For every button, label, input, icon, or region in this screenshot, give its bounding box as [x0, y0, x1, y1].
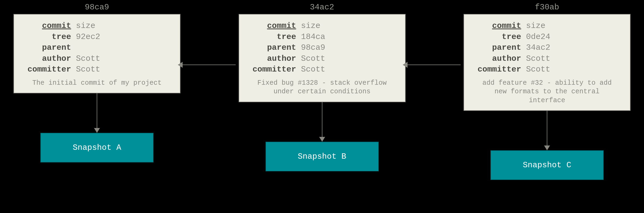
field-value: Scott — [76, 64, 100, 75]
field-key: author — [472, 53, 526, 64]
field-key: tree — [472, 31, 526, 42]
commit-column-2: f30ab commit size tree 0de24 parent 34ac… — [461, 3, 633, 180]
commit-field-parent: parent 34ac2 — [472, 42, 622, 53]
commit-box: commit size tree 92ec2 parent author Sco… — [13, 14, 180, 93]
arrow-down-icon — [94, 93, 100, 133]
commit-field-author: author Scott — [472, 53, 622, 64]
field-value: Scott — [526, 64, 550, 75]
commit-field-author: author Scott — [247, 53, 397, 64]
field-value: Scott — [301, 53, 325, 64]
field-key: committer — [472, 64, 526, 75]
arrow-left-icon — [403, 62, 461, 68]
field-key: committer — [247, 64, 301, 75]
commit-message: add feature #32 - ability to add new for… — [472, 79, 622, 105]
commit-field-committer: committer Scott — [472, 64, 622, 75]
commit-message: Fixed bug #1328 - stack overflow under c… — [247, 79, 397, 96]
snapshot-box: Snapshot C — [490, 150, 604, 180]
commit-field-tree: tree 184ca — [247, 31, 397, 42]
field-key: parent — [247, 42, 301, 53]
commit-field-parent: parent 98ca9 — [247, 42, 397, 53]
field-value: 0de24 — [526, 31, 550, 42]
field-value: 92ec2 — [76, 31, 100, 42]
commit-field-committer: committer Scott — [247, 64, 397, 75]
field-key: parent — [22, 42, 76, 53]
field-key: commit — [247, 20, 301, 31]
field-key: tree — [247, 31, 301, 42]
commit-field-tree: tree 0de24 — [472, 31, 622, 42]
field-key: tree — [22, 31, 76, 42]
field-key: commit — [22, 20, 76, 31]
field-value: size — [76, 20, 95, 31]
commit-field-commit: commit size — [247, 20, 397, 31]
field-key: committer — [22, 64, 76, 75]
snapshot-box: Snapshot B — [266, 142, 379, 171]
field-value: Scott — [76, 53, 100, 64]
commit-field-author: author Scott — [22, 53, 172, 64]
field-value: size — [301, 20, 321, 31]
field-value: 184ca — [301, 31, 325, 42]
commit-column-1: 34ac2 commit size tree 184ca parent 98ca… — [236, 3, 408, 171]
arrow-down-icon — [544, 111, 550, 150]
field-key: author — [247, 53, 301, 64]
commit-hash: f30ab — [535, 3, 559, 12]
commit-hash: 34ac2 — [310, 3, 334, 12]
snapshot-box: Snapshot A — [40, 133, 154, 162]
field-value: Scott — [301, 64, 325, 75]
commit-message: The initial commit of my project — [22, 79, 172, 88]
commit-field-commit: commit size — [472, 20, 622, 31]
arrow-left-icon — [178, 62, 236, 68]
commit-hash: 98ca9 — [85, 3, 109, 12]
field-value: 34ac2 — [526, 42, 550, 53]
commit-field-parent: parent — [22, 42, 172, 53]
field-key: author — [22, 53, 76, 64]
arrow-down-icon — [319, 102, 325, 142]
diagram-container: 98ca9 commit size tree 92ec2 parent auth… — [0, 0, 644, 213]
commit-box: commit size tree 0de24 parent 34ac2 auth… — [464, 14, 631, 111]
commit-column-0: 98ca9 commit size tree 92ec2 parent auth… — [11, 3, 183, 162]
field-value: 98ca9 — [301, 42, 325, 53]
commit-box: commit size tree 184ca parent 98ca9 auth… — [239, 14, 406, 102]
field-value: size — [526, 20, 545, 31]
commit-field-commit: commit size — [22, 20, 172, 31]
commit-field-tree: tree 92ec2 — [22, 31, 172, 42]
commit-field-committer: committer Scott — [22, 64, 172, 75]
field-key: parent — [472, 42, 526, 53]
field-key: commit — [472, 20, 526, 31]
field-value: Scott — [526, 53, 550, 64]
